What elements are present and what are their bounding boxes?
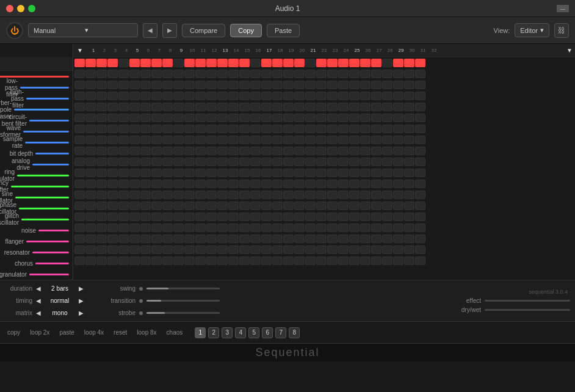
- seq-cell-13-27[interactable]: [371, 201, 382, 210]
- seq-cell-3-9[interactable]: [173, 92, 184, 100]
- seq-cell-11-17[interactable]: [261, 180, 272, 188]
- seq-cell-0-29[interactable]: [393, 59, 403, 67]
- seq-cell-4-13[interactable]: [217, 103, 228, 111]
- seq-cell-14-21[interactable]: [305, 212, 316, 221]
- seq-cell-6-24[interactable]: [338, 125, 349, 133]
- seq-cell-8-13[interactable]: [217, 147, 228, 155]
- seq-cell-12-22[interactable]: [316, 191, 327, 199]
- seq-cell-7-1[interactable]: [85, 136, 96, 144]
- seq-cell-8-4[interactable]: [118, 147, 129, 155]
- seq-cell-15-19[interactable]: [283, 223, 294, 232]
- seq-cell-11-8[interactable]: [162, 180, 173, 188]
- seq-cell-17-11[interactable]: [195, 245, 206, 254]
- seq-cell-4-19[interactable]: [283, 103, 294, 111]
- seq-cell-5-17[interactable]: [261, 114, 272, 122]
- seq-cell-16-9[interactable]: [173, 234, 184, 243]
- seq-cell-11-29[interactable]: [393, 180, 403, 188]
- view-dropdown[interactable]: Editor ▾: [515, 23, 549, 37]
- seq-cell-18-28[interactable]: [382, 256, 392, 265]
- seq-cell-16-0[interactable]: [74, 234, 85, 243]
- seq-cell-4-25[interactable]: [349, 103, 360, 111]
- seq-cell-8-21[interactable]: [305, 147, 316, 155]
- seq-cell-15-23[interactable]: [327, 223, 338, 232]
- seq-cell-5-9[interactable]: [173, 114, 184, 122]
- matrix-prev[interactable]: ◀: [36, 310, 41, 316]
- loop-2x-btn[interactable]: loop 2x: [27, 328, 52, 337]
- seq-cell-1-23[interactable]: [327, 70, 338, 78]
- seq-cell-17-29[interactable]: [393, 245, 403, 254]
- seq-cell-13-19[interactable]: [283, 201, 294, 210]
- seq-cell-2-24[interactable]: [338, 81, 349, 89]
- seq-cell-2-15[interactable]: [239, 81, 250, 89]
- seq-cell-16-29[interactable]: [393, 234, 403, 243]
- seq-cell-6-11[interactable]: [195, 125, 206, 133]
- seq-cell-0-8[interactable]: [162, 59, 173, 67]
- seq-cell-9-31[interactable]: [415, 158, 425, 166]
- seq-cell-2-6[interactable]: [140, 81, 151, 89]
- seq-cell-7-14[interactable]: [228, 136, 239, 144]
- seq-cell-14-27[interactable]: [371, 212, 382, 221]
- seq-cell-14-12[interactable]: [206, 212, 217, 221]
- seq-cell-13-22[interactable]: [316, 201, 327, 210]
- seq-cell-12-27[interactable]: [371, 191, 382, 199]
- seq-cell-12-28[interactable]: [382, 191, 392, 199]
- seq-cell-3-20[interactable]: [294, 92, 305, 100]
- seq-cell-18-26[interactable]: [360, 256, 371, 265]
- seq-cell-0-11[interactable]: [195, 59, 206, 67]
- seq-cell-18-6[interactable]: [140, 256, 151, 265]
- seq-cell-6-25[interactable]: [349, 125, 360, 133]
- seq-cell-18-7[interactable]: [151, 256, 162, 265]
- seq-cell-14-2[interactable]: [96, 212, 107, 221]
- seq-cell-1-7[interactable]: [151, 70, 162, 78]
- seq-cell-3-29[interactable]: [393, 92, 403, 100]
- seq-cell-9-2[interactable]: [96, 158, 107, 166]
- seq-cell-10-31[interactable]: [415, 169, 425, 177]
- seq-cell-5-19[interactable]: [283, 114, 294, 122]
- seq-cell-6-14[interactable]: [228, 125, 239, 133]
- seq-cell-0-7[interactable]: [151, 59, 162, 67]
- seq-cell-13-13[interactable]: [217, 201, 228, 210]
- seq-cell-9-25[interactable]: [349, 158, 360, 166]
- seq-cell-2-5[interactable]: [129, 81, 140, 89]
- timing-prev[interactable]: ◀: [36, 297, 41, 304]
- seq-cell-13-17[interactable]: [261, 201, 272, 210]
- seq-cell-14-3[interactable]: [107, 212, 118, 221]
- seq-cell-0-5[interactable]: [129, 59, 140, 67]
- seq-cell-1-16[interactable]: [250, 70, 261, 78]
- seq-cell-13-31[interactable]: [415, 201, 425, 210]
- strobe-slider[interactable]: [146, 312, 220, 314]
- seq-cell-1-31[interactable]: [415, 70, 425, 78]
- seq-cell-9-27[interactable]: [371, 158, 382, 166]
- seq-cell-8-5[interactable]: [129, 147, 140, 155]
- seq-cell-13-11[interactable]: [195, 201, 206, 210]
- seq-cell-4-26[interactable]: [360, 103, 371, 111]
- seq-cell-9-23[interactable]: [327, 158, 338, 166]
- seq-cell-13-30[interactable]: [404, 201, 414, 210]
- seq-cell-6-30[interactable]: [404, 125, 414, 133]
- seq-cell-16-14[interactable]: [228, 234, 239, 243]
- seq-cell-8-1[interactable]: [85, 147, 96, 155]
- seq-cell-3-19[interactable]: [283, 92, 294, 100]
- seq-cell-7-23[interactable]: [327, 136, 338, 144]
- seq-cell-12-5[interactable]: [129, 191, 140, 199]
- seq-cell-8-19[interactable]: [283, 147, 294, 155]
- seq-cell-3-21[interactable]: [305, 92, 316, 100]
- seq-cell-10-17[interactable]: [261, 169, 272, 177]
- seq-cell-6-15[interactable]: [239, 125, 250, 133]
- copy-loop-btn[interactable]: copy: [5, 328, 23, 337]
- seq-cell-3-0[interactable]: [74, 92, 85, 100]
- seq-cell-0-26[interactable]: [360, 59, 371, 67]
- seq-cell-14-17[interactable]: [261, 212, 272, 221]
- seq-cell-5-12[interactable]: [206, 114, 217, 122]
- seq-cell-18-22[interactable]: [316, 256, 327, 265]
- seq-cell-11-18[interactable]: [272, 180, 283, 188]
- seq-cell-9-7[interactable]: [151, 158, 162, 166]
- seq-cell-18-19[interactable]: [283, 256, 294, 265]
- seq-cell-10-14[interactable]: [228, 169, 239, 177]
- seq-cell-1-0[interactable]: [74, 70, 85, 78]
- seq-cell-6-28[interactable]: [382, 125, 392, 133]
- seq-cell-15-10[interactable]: [184, 223, 195, 232]
- seq-cell-11-4[interactable]: [118, 180, 129, 188]
- seq-cell-17-14[interactable]: [228, 245, 239, 254]
- seq-cell-8-0[interactable]: [74, 147, 85, 155]
